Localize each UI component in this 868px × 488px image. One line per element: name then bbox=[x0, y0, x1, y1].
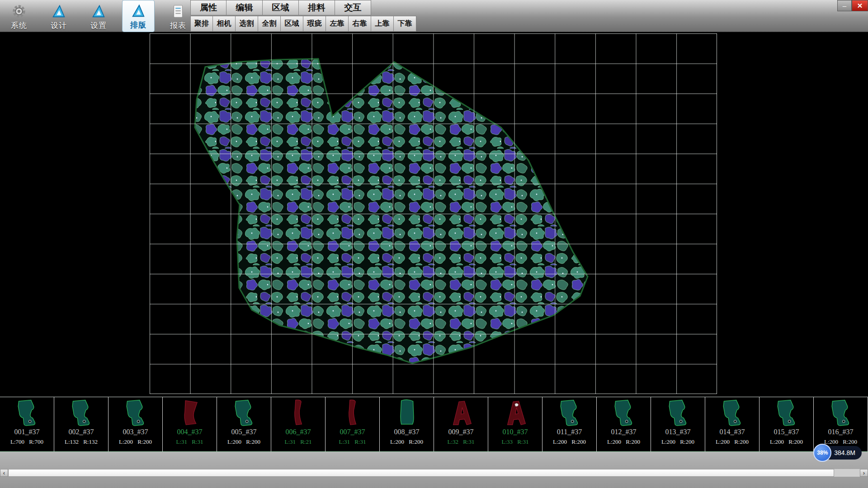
close-button[interactable]: ✕ bbox=[852, 0, 868, 11]
tool-button-7[interactable]: 左靠 bbox=[326, 16, 349, 32]
piece-thumb-13[interactable]: 013_#37L:200R:200 bbox=[651, 397, 705, 451]
piece-thumb-10[interactable]: 010_#37L:33R:31 bbox=[488, 397, 542, 451]
nesting-canvas[interactable] bbox=[0, 32, 868, 397]
piece-r-value: R:31 bbox=[354, 438, 366, 445]
piece-lr: L:33R:31 bbox=[488, 438, 542, 446]
tool-button-2[interactable]: 相机 bbox=[213, 16, 236, 32]
ribbon-button-report[interactable]: 报表 bbox=[162, 0, 194, 32]
menu-tab-5[interactable]: 交互 bbox=[335, 0, 371, 15]
piece-r-value: R:200 bbox=[680, 438, 694, 445]
menu-tab-2[interactable]: 编辑 bbox=[226, 0, 263, 15]
piece-r-value: R:31 bbox=[517, 438, 528, 445]
piece-thumb-3[interactable]: 003_#37L:200R:200 bbox=[108, 397, 163, 451]
piece-l-value: L:200 bbox=[770, 438, 784, 445]
piece-thumb-2[interactable]: 002_#37L:132R:132 bbox=[54, 397, 108, 451]
piece-shape-icon bbox=[224, 399, 264, 427]
ribbon-button-layout[interactable]: 排版 bbox=[122, 0, 155, 32]
piece-thumb-15[interactable]: 015_#37L:200R:200 bbox=[760, 397, 814, 451]
piece-lr: L:31R:31 bbox=[326, 438, 379, 446]
piece-name: 003_#37 bbox=[108, 428, 162, 436]
piece-r-value: R:200 bbox=[409, 438, 423, 445]
piece-thumb-7[interactable]: 007_#37L:31R:31 bbox=[326, 397, 380, 451]
piece-thumb-9[interactable]: 009_#37L:32R:31 bbox=[434, 397, 488, 451]
tool-button-6[interactable]: 瑕疵 bbox=[303, 16, 326, 32]
piece-thumb-16[interactable]: 016_#37L:200R:200 bbox=[814, 397, 868, 451]
piece-shape-icon bbox=[170, 399, 210, 427]
piece-l-value: L:31 bbox=[176, 438, 188, 445]
piece-l-value: L:32 bbox=[448, 438, 459, 445]
scroll-left-arrow[interactable]: ‹ bbox=[0, 469, 8, 477]
piece-l-value: L:200 bbox=[553, 438, 567, 445]
piece-r-value: R:700 bbox=[29, 438, 43, 445]
piece-thumb-11[interactable]: 011_#37L:200R:200 bbox=[542, 397, 597, 451]
piece-name: 015_#37 bbox=[760, 428, 813, 436]
piece-lr: L:200R:200 bbox=[217, 438, 271, 446]
piece-name: 004_#37 bbox=[163, 428, 217, 436]
piece-r-value: R:200 bbox=[137, 438, 152, 445]
piece-thumb-14[interactable]: 014_#37L:200R:200 bbox=[705, 397, 760, 451]
menu-tab-4[interactable]: 排料 bbox=[299, 0, 335, 15]
tool-button-1[interactable]: 聚排 bbox=[190, 16, 213, 32]
piece-shape-icon bbox=[61, 399, 101, 427]
piece-l-value: L:31 bbox=[285, 438, 296, 445]
piece-r-value: R:132 bbox=[83, 438, 98, 445]
piece-l-value: L:700 bbox=[10, 438, 24, 445]
piece-name: 016_#37 bbox=[814, 428, 868, 436]
gear-icon bbox=[11, 3, 27, 19]
piece-lr: L:32R:31 bbox=[434, 438, 488, 446]
minimize-button[interactable]: – bbox=[837, 0, 852, 11]
piece-lr: L:200R:200 bbox=[760, 438, 813, 446]
piece-l-value: L:33 bbox=[502, 438, 513, 445]
settings-tool-icon bbox=[90, 3, 107, 19]
piece-thumb-1[interactable]: 001_#37L:700R:700 bbox=[0, 397, 54, 451]
piece-l-value: L:132 bbox=[65, 438, 79, 445]
piece-shape-icon bbox=[550, 399, 590, 427]
app-window: 系统 设计 设置 bbox=[0, 0, 868, 488]
piece-thumb-8[interactable]: 008_#37L:200R:200 bbox=[380, 397, 434, 451]
piece-thumb-6[interactable]: 006_#37L:31R:21 bbox=[271, 397, 326, 451]
scrollbar-thumb[interactable] bbox=[8, 469, 834, 477]
tool-button-5[interactable]: 区域 bbox=[281, 16, 303, 32]
menu-tab-3[interactable]: 区域 bbox=[263, 0, 299, 15]
piece-lr: L:200R:200 bbox=[108, 438, 162, 446]
piece-name: 013_#37 bbox=[651, 428, 705, 436]
piece-name: 008_#37 bbox=[380, 428, 434, 436]
piece-thumb-5[interactable]: 005_#37L:200R:200 bbox=[217, 397, 271, 451]
tool-button-10[interactable]: 下靠 bbox=[394, 16, 416, 32]
piece-l-value: L:200 bbox=[661, 438, 675, 445]
ribbon-button-label: 系统 bbox=[11, 20, 27, 31]
tool-button-9[interactable]: 上靠 bbox=[371, 16, 394, 32]
piece-name: 009_#37 bbox=[434, 428, 488, 436]
piece-thumb-4[interactable]: 004_#37L:31R:31 bbox=[163, 397, 217, 451]
piece-shape-icon bbox=[767, 399, 807, 427]
main-mode-buttons: 系统 设计 设置 bbox=[3, 0, 194, 32]
piece-r-value: R:200 bbox=[788, 438, 803, 445]
piece-shape-icon bbox=[333, 399, 373, 427]
piece-lr: L:700R:700 bbox=[0, 438, 54, 446]
scroll-right-arrow[interactable]: › bbox=[860, 469, 868, 477]
piece-r-value: R:200 bbox=[626, 438, 640, 445]
menu-tab-1[interactable]: 属性 bbox=[190, 0, 226, 15]
horizontal-scrollbar[interactable]: ‹ › bbox=[0, 469, 868, 477]
piece-l-value: L:200 bbox=[607, 438, 621, 445]
tool-button-4[interactable]: 全割 bbox=[258, 16, 281, 32]
menu-tab-row: 属性编辑区域排料交互 bbox=[190, 0, 416, 15]
piece-lr: L:200R:200 bbox=[380, 438, 434, 446]
piece-r-value: R:200 bbox=[571, 438, 586, 445]
piece-lr: L:31R:21 bbox=[271, 438, 325, 446]
scrollbar-track[interactable] bbox=[8, 469, 860, 477]
piece-lr: L:132R:132 bbox=[54, 438, 108, 446]
tool-button-3[interactable]: 选割 bbox=[236, 16, 258, 32]
ribbon-button-system[interactable]: 系统 bbox=[3, 0, 35, 32]
piece-name: 011_#37 bbox=[542, 428, 596, 436]
piece-name: 007_#37 bbox=[326, 428, 379, 436]
piece-l-value: L:200 bbox=[716, 438, 730, 445]
ribbon-button-settings[interactable]: 设置 bbox=[82, 0, 115, 32]
piece-r-value: R:200 bbox=[246, 438, 260, 445]
tool-button-8[interactable]: 右靠 bbox=[349, 16, 371, 32]
bottom-bar: ‹ › bbox=[0, 452, 868, 488]
titlebar: 系统 设计 设置 bbox=[0, 0, 868, 32]
ribbon-button-design[interactable]: 设计 bbox=[42, 0, 75, 32]
piece-name: 005_#37 bbox=[217, 428, 271, 436]
piece-thumb-12[interactable]: 012_#37L:200R:200 bbox=[597, 397, 651, 451]
